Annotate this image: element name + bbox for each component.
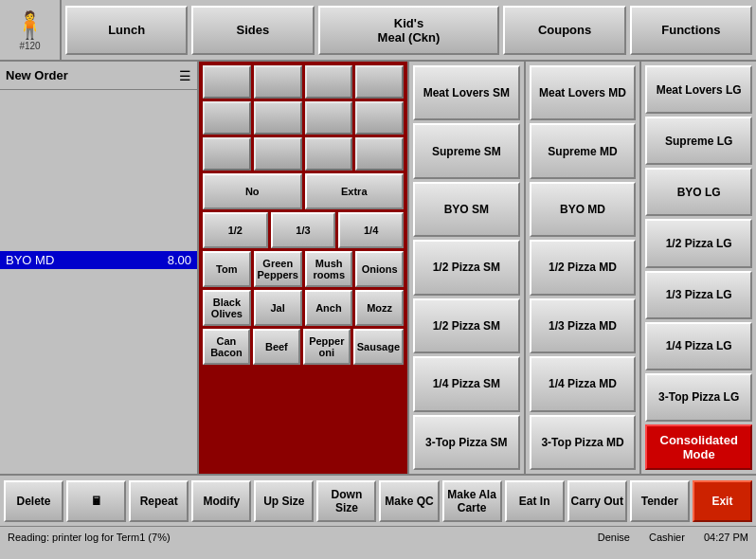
delete-button[interactable]: Delete bbox=[4, 480, 63, 522]
topping-beef[interactable]: Beef bbox=[253, 329, 300, 365]
make-qc-button[interactable]: Make QC bbox=[379, 480, 439, 522]
topping-onions[interactable]: Onions bbox=[355, 251, 404, 287]
right-panels: Meat Lovers SM Supreme SM BYO SM 1/2 Piz… bbox=[407, 62, 756, 474]
placeholder-row-1 bbox=[203, 65, 404, 99]
topping-black-olives[interactable]: Black Olives bbox=[203, 290, 251, 326]
3top-pizza-md[interactable]: 3-Top Pizza MD bbox=[530, 415, 637, 470]
topping-tom[interactable]: Tom bbox=[203, 251, 251, 287]
topping-mushrooms[interactable]: Mush rooms bbox=[305, 251, 353, 287]
fraction-third[interactable]: 1/3 bbox=[271, 212, 336, 248]
modify-button[interactable]: Modify bbox=[191, 480, 251, 522]
half-pizza-lg[interactable]: 1/2 Pizza LG bbox=[645, 219, 752, 267]
placeholder-row-2 bbox=[203, 101, 404, 135]
status-message: Reading: printer log for Term1 (7%) bbox=[8, 532, 598, 543]
calculator-icon: 🖩 bbox=[91, 495, 102, 508]
status-user: Denise bbox=[598, 532, 630, 543]
make-ala-carte-button[interactable]: Make Ala Carte bbox=[442, 480, 502, 522]
order-list: BYO MD 8.00 bbox=[0, 90, 197, 474]
fraction-quarter[interactable]: 1/4 bbox=[338, 212, 404, 248]
middle-panel: No Extra 1/2 1/3 1/4 Tom Green Peppers M… bbox=[199, 62, 407, 474]
blank-btn bbox=[254, 101, 302, 135]
bottom-toolbar: Delete 🖩 Repeat Modify Up Size Down Size… bbox=[0, 474, 756, 526]
third-pizza-lg[interactable]: 1/3 Pizza LG bbox=[645, 271, 752, 319]
blank-btn bbox=[254, 65, 302, 99]
supreme-lg[interactable]: Supreme LG bbox=[645, 117, 752, 165]
byo-md[interactable]: BYO MD bbox=[530, 182, 637, 237]
supreme-sm[interactable]: Supreme SM bbox=[413, 123, 520, 178]
logo-area: 🧍 #120 bbox=[0, 0, 62, 60]
topping-green-peppers[interactable]: Green Peppers bbox=[254, 251, 302, 287]
no-button[interactable]: No bbox=[203, 173, 302, 209]
status-right: Denise Cashier 04:27 PM bbox=[598, 532, 748, 543]
3top-pizza-sm[interactable]: 3-Top Pizza SM bbox=[413, 415, 520, 470]
quarter-pizza-md[interactable]: 1/4 Pizza MD bbox=[530, 356, 637, 411]
topping-row-1: Tom Green Peppers Mush rooms Onions bbox=[203, 251, 404, 287]
carry-out-button[interactable]: Carry Out bbox=[567, 480, 627, 522]
order-item[interactable]: BYO MD 8.00 bbox=[0, 251, 197, 269]
blank-btn bbox=[305, 101, 353, 135]
meat-lovers-md[interactable]: Meat Lovers MD bbox=[530, 65, 637, 120]
status-role: Cashier bbox=[649, 532, 685, 543]
calculator-button[interactable]: 🖩 bbox=[66, 480, 126, 522]
topping-row-2: Black Olives Jal Anch Mozz bbox=[203, 290, 404, 326]
topping-can-bacon[interactable]: Can Bacon bbox=[203, 329, 250, 365]
3top-pizza-lg[interactable]: 3-Top Pizza LG bbox=[645, 373, 752, 422]
order-menu-icon[interactable]: ☰ bbox=[179, 68, 191, 83]
topping-mozz[interactable]: Mozz bbox=[355, 290, 404, 326]
blank-btn bbox=[203, 101, 251, 135]
lg-column: Meat Lovers LG Supreme LG BYO LG 1/2 Piz… bbox=[639, 62, 756, 474]
exit-button[interactable]: Exit bbox=[693, 480, 752, 522]
consolidated-mode-button[interactable]: Consolidated Mode bbox=[645, 424, 752, 470]
md-column: Meat Lovers MD Supreme MD BYO MD 1/2 Piz… bbox=[524, 62, 640, 474]
byo-sm[interactable]: BYO SM bbox=[413, 182, 520, 237]
meat-lovers-lg[interactable]: Meat Lovers LG bbox=[645, 65, 752, 114]
extra-button[interactable]: Extra bbox=[305, 173, 405, 209]
blank-btn bbox=[305, 137, 353, 171]
half-pizza-md[interactable]: 1/2 Pizza MD bbox=[530, 240, 637, 295]
order-header: New Order ☰ bbox=[0, 62, 197, 90]
placeholder-row-3 bbox=[203, 137, 404, 171]
fraction-half[interactable]: 1/2 bbox=[203, 212, 268, 248]
nav-coupons[interactable]: Coupons bbox=[503, 6, 625, 55]
nav-kids-meal[interactable]: Kid's Meal (Ckn) bbox=[318, 6, 500, 55]
tender-button[interactable]: Tender bbox=[630, 480, 690, 522]
blank-btn bbox=[355, 101, 404, 135]
fraction-row: 1/2 1/3 1/4 bbox=[203, 212, 404, 248]
half-pizza-sm[interactable]: 1/2 Pizza SM bbox=[413, 240, 520, 295]
half-pizza-sm-2[interactable]: 1/2 Pizza SM bbox=[413, 298, 520, 353]
main-content: New Order ☰ BYO MD 8.00 bbox=[0, 62, 756, 474]
down-size-button[interactable]: Down Size bbox=[316, 480, 376, 522]
supreme-md[interactable]: Supreme MD bbox=[530, 123, 637, 178]
left-panel: New Order ☰ BYO MD 8.00 bbox=[0, 62, 199, 474]
blank-btn bbox=[203, 137, 251, 171]
nav-lunch[interactable]: Lunch bbox=[65, 6, 188, 55]
up-size-button[interactable]: Up Size bbox=[254, 480, 314, 522]
blank-btn bbox=[203, 65, 251, 99]
topping-jal[interactable]: Jal bbox=[254, 290, 302, 326]
order-item-price: 8.00 bbox=[168, 253, 191, 267]
sm-column: Meat Lovers SM Supreme SM BYO SM 1/2 Piz… bbox=[407, 62, 524, 474]
order-item-name: BYO MD bbox=[6, 253, 54, 267]
eat-in-button[interactable]: Eat In bbox=[505, 480, 565, 522]
third-pizza-md[interactable]: 1/3 Pizza MD bbox=[530, 298, 637, 353]
topping-anch[interactable]: Anch bbox=[305, 290, 353, 326]
person-icon: 🧍 bbox=[13, 9, 46, 41]
blank-btn bbox=[254, 137, 302, 171]
status-bar: Reading: printer log for Term1 (7%) Deni… bbox=[0, 526, 756, 547]
quarter-pizza-lg[interactable]: 1/4 Pizza LG bbox=[645, 322, 752, 370]
blank-btn bbox=[355, 65, 404, 99]
nav-sides[interactable]: Sides bbox=[191, 6, 314, 55]
order-title: New Order bbox=[6, 68, 68, 82]
meat-lovers-sm[interactable]: Meat Lovers SM bbox=[413, 65, 520, 120]
repeat-button[interactable]: Repeat bbox=[129, 480, 189, 522]
nav-functions[interactable]: Functions bbox=[630, 6, 752, 55]
topping-sausage[interactable]: Sausage bbox=[353, 329, 404, 365]
quarter-pizza-sm[interactable]: 1/4 Pizza SM bbox=[413, 356, 520, 411]
top-nav: 🧍 #120 Lunch Sides Kid's Meal (Ckn) Coup… bbox=[0, 0, 756, 62]
terminal-label: #120 bbox=[19, 41, 40, 51]
blank-btn bbox=[305, 65, 353, 99]
blank-btn bbox=[355, 137, 404, 171]
byo-lg[interactable]: BYO LG bbox=[645, 168, 752, 216]
topping-pepperoni[interactable]: Pepper oni bbox=[303, 329, 351, 365]
status-time: 04:27 PM bbox=[704, 532, 748, 543]
